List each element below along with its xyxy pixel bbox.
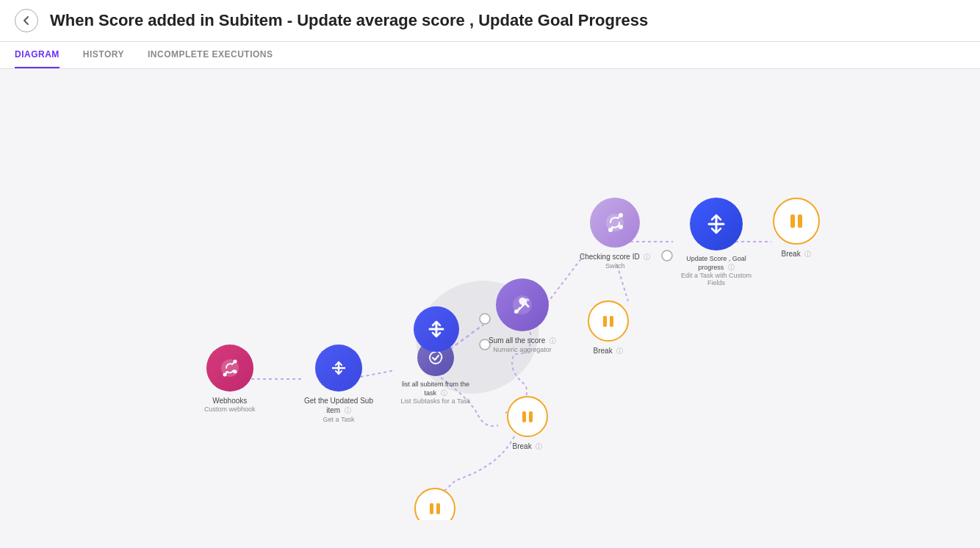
tab-incomplete[interactable]: INCOMPLETE EXECUTIONS: [148, 42, 273, 68]
node-break-3[interactable]: Break ⓘ: [507, 396, 548, 452]
node-center-arrow[interactable]: [414, 306, 459, 352]
node-break-4[interactable]: Break ⓘ: [414, 488, 455, 520]
tab-history[interactable]: HISTORY: [83, 42, 124, 68]
node-update-score[interactable]: Update Score , Goal progress ⓘ Edit a Ta…: [676, 198, 757, 286]
page-title: When Score added in Subitem - Update ave…: [50, 11, 648, 30]
break2-label: Break ⓘ: [594, 346, 624, 356]
svg-point-8: [662, 250, 672, 261]
list-subitems-sublabel: List Subtasks for a Task: [401, 397, 471, 405]
tab-diagram[interactable]: DIAGRAM: [15, 42, 60, 68]
webhooks-label: Webhooks: [212, 396, 247, 405]
get-updated-label: Get the Updated Sub item ⓘ: [302, 396, 375, 416]
svg-point-13: [233, 360, 237, 364]
checking-score-sublabel: Switch: [605, 262, 625, 270]
node-checking-score[interactable]: Checking score ID ⓘ Switch: [580, 198, 650, 270]
node-get-updated[interactable]: Get the Updated Sub item ⓘ Get a Task: [302, 345, 375, 423]
svg-line-7: [617, 265, 628, 301]
checking-score-label: Checking score ID ⓘ: [580, 252, 650, 262]
tabs-bar: DIAGRAM HISTORY INCOMPLETE EXECUTIONS: [0, 42, 980, 69]
list-subitems-label: list all subitem from the task ⓘ: [399, 381, 472, 397]
sum-score-sublabel: Numeric aggregator: [493, 346, 552, 353]
svg-point-18: [608, 228, 613, 232]
break3-label: Break ⓘ: [513, 441, 543, 452]
svg-point-12: [223, 373, 226, 377]
diagram-canvas: Webhooks Custom webhook Get the Updated …: [0, 69, 980, 520]
svg-point-16: [514, 309, 519, 314]
node-sum-score[interactable]: Sum all the score ⓘ Numeric aggregator: [489, 278, 556, 353]
update-score-label: Update Score , Goal progress ⓘ: [676, 255, 757, 272]
sum-score-label: Sum all the score ⓘ: [489, 336, 556, 346]
node-break-1[interactable]: Break ⓘ: [773, 198, 820, 259]
webhooks-sublabel: Custom webhook: [204, 405, 256, 413]
get-updated-sublabel: Get a Task: [323, 416, 355, 423]
back-button[interactable]: [15, 9, 38, 32]
node-break-2[interactable]: Break ⓘ: [588, 300, 629, 356]
node-webhooks[interactable]: Webhooks Custom webhook: [204, 345, 256, 413]
update-score-sublabel: Edit a Task with Custom Fields: [680, 272, 753, 286]
header: When Score added in Subitem - Update ave…: [0, 0, 980, 42]
svg-point-19: [619, 213, 623, 217]
break1-label: Break ⓘ: [782, 249, 812, 259]
